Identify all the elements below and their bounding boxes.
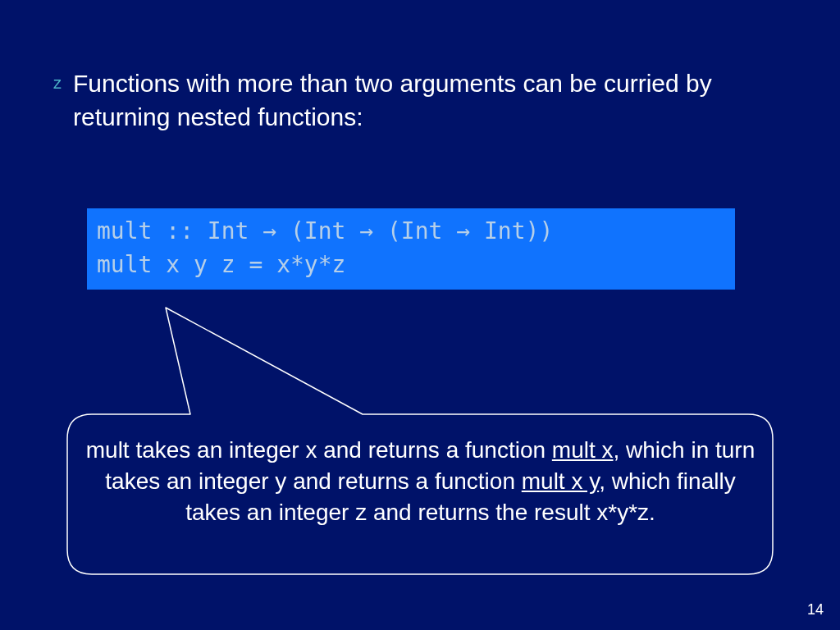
code-line-1: mult :: Int → (Int → (Int → Int))	[97, 215, 725, 249]
callout-u2: mult x y	[522, 468, 599, 494]
slide: z Functions with more than two arguments…	[0, 0, 840, 630]
page-number: 14	[807, 601, 824, 619]
callout-u1: mult x	[552, 437, 614, 463]
callout-text: mult takes an integer x and returns a fu…	[78, 435, 763, 527]
bullet-row: z Functions with more than two arguments…	[53, 67, 795, 134]
code-line-2: mult x y z = x*y*z	[97, 249, 725, 282]
bullet-text: Functions with more than two arguments c…	[73, 67, 795, 134]
code-block: mult :: Int → (Int → (Int → Int)) mult x…	[87, 208, 735, 290]
callout-seg1: mult takes an integer x and returns a fu…	[86, 437, 552, 463]
bullet-marker: z	[53, 74, 62, 93]
